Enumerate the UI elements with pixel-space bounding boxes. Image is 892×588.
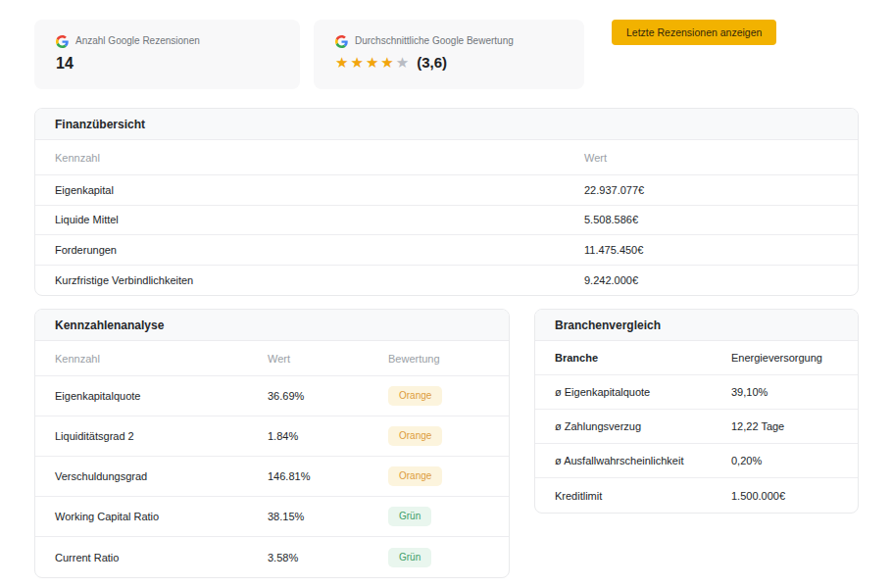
column-header-kennzahl: Kennzahl — [55, 353, 268, 365]
kennzahlenanalyse-section: Kennzahlenanalyse Kennzahl Wert Bewertun… — [34, 309, 510, 578]
rating-badge: Orange — [388, 386, 442, 406]
google-icon — [335, 34, 348, 47]
finanzuebersicht-table-body: Eigenkapital22.937.077€Liquide Mittel5.5… — [35, 175, 858, 295]
row-wert: 36.69% — [268, 390, 388, 402]
top-stats-row: Anzahl Google Rezensionen 14 Durchschnit… — [34, 20, 859, 89]
row-wert: 11.475.450€ — [584, 244, 838, 256]
row-kennzahl: Verschuldungsgrad — [55, 470, 268, 482]
table-row: Working Capital Ratio38.15%Grün — [35, 497, 509, 537]
rating-badge: Grün — [388, 548, 431, 567]
table-row: Liquide Mittel5.508.586€ — [35, 206, 858, 236]
row-kennzahl: Eigenkapital — [55, 184, 584, 196]
branchenvergleich-title: Branchenvergleich — [535, 310, 858, 341]
table-row: Forderungen11.475.450€ — [35, 235, 858, 266]
row-wert: 1.84% — [268, 430, 388, 442]
row-wert: 9.242.000€ — [584, 274, 838, 286]
google-rating-card: Durchschnittliche Google Bewertung ★★★★★… — [314, 20, 584, 89]
finanzuebersicht-section: Finanzübersicht Kennzahl Wert Eigenkapit… — [34, 108, 859, 296]
row-wert: 38.15% — [268, 511, 388, 522]
branchenvergleich-section: Branchenvergleich BrancheEnergieversorgu… — [534, 309, 859, 514]
table-row: Eigenkapitalquote36.69%Orange — [35, 376, 509, 416]
rating-card-label: Durchschnittliche Google Bewertung — [355, 35, 514, 46]
row-kennzahl: Forderungen — [55, 244, 584, 256]
branchenvergleich-table-body: BrancheEnergieversorgungø Eigenkapitalqu… — [535, 341, 858, 513]
reviews-count: 14 — [56, 55, 278, 73]
table-row: ø Zahlungsverzug12,22 Tage — [535, 410, 858, 444]
row-value: 1.500.000€ — [731, 490, 838, 502]
bottom-sections-row: Kennzahlenanalyse Kennzahl Wert Bewertun… — [34, 309, 859, 578]
table-row: Eigenkapital22.937.077€ — [35, 175, 858, 206]
row-kennzahl: Eigenkapitalquote — [55, 390, 268, 402]
row-kennzahl: Working Capital Ratio — [55, 511, 268, 522]
row-label: ø Ausfallwahrscheinlichkeit — [555, 455, 731, 466]
table-row: Liquiditätsgrad 21.84%Orange — [35, 416, 509, 457]
row-kennzahl: Liquide Mittel — [55, 214, 584, 225]
kennzahlenanalyse-title: Kennzahlenanalyse — [35, 310, 509, 341]
reviews-card-label: Anzahl Google Rezensionen — [75, 35, 200, 46]
row-label: Branche — [555, 352, 731, 364]
google-reviews-card: Anzahl Google Rezensionen 14 — [34, 20, 300, 89]
rating-badge: Orange — [388, 426, 442, 446]
show-latest-reviews-button[interactable]: Letzte Rezensionen anzeigen — [612, 20, 776, 45]
row-value: 0,20% — [731, 455, 838, 466]
table-row: ø Ausfallwahrscheinlichkeit0,20% — [535, 444, 858, 478]
rating-stars: ★★★★★ — [335, 55, 411, 70]
row-wert: 22.937.077€ — [584, 184, 838, 196]
row-label: Kreditlimit — [555, 490, 731, 502]
column-header-wert: Wert — [584, 152, 838, 164]
finanzuebersicht-column-headers: Kennzahl Wert — [35, 140, 858, 175]
row-label: ø Eigenkapitalquote — [555, 386, 731, 398]
column-header-kennzahl: Kennzahl — [55, 152, 584, 164]
kennzahlenanalyse-table-body: Eigenkapitalquote36.69%OrangeLiquiditäts… — [35, 376, 509, 577]
row-value: 39,10% — [731, 386, 838, 398]
table-row: Kurzfristige Verbindlichkeiten9.242.000€ — [35, 266, 858, 296]
star-filled-icon: ★ — [380, 54, 395, 71]
row-kennzahl: Kurzfristige Verbindlichkeiten — [55, 274, 584, 286]
credit-report-page: Anzahl Google Rezensionen 14 Durchschnit… — [0, 0, 892, 578]
row-wert: 146.81% — [268, 470, 388, 482]
row-value: Energieversorgung — [731, 352, 838, 364]
star-filled-icon: ★ — [366, 54, 380, 71]
star-filled-icon: ★ — [350, 54, 365, 71]
table-row: Current Ratio3.58%Grün — [35, 537, 509, 577]
rating-value: (3,6) — [417, 54, 447, 71]
row-wert: 3.58% — [268, 552, 388, 564]
finanzuebersicht-title: Finanzübersicht — [35, 109, 858, 140]
table-row: BrancheEnergieversorgung — [535, 341, 858, 375]
table-row: Kreditlimit1.500.000€ — [535, 478, 858, 513]
row-kennzahl: Current Ratio — [55, 552, 268, 564]
star-filled-icon: ★ — [335, 54, 350, 71]
google-icon — [56, 34, 69, 47]
rating-badge: Orange — [388, 466, 442, 486]
kennzahlenanalyse-column-headers: Kennzahl Wert Bewertung — [35, 341, 509, 376]
column-header-bewertung: Bewertung — [388, 353, 489, 365]
star-empty-icon: ★ — [396, 54, 411, 71]
row-kennzahl: Liquiditätsgrad 2 — [55, 430, 268, 442]
column-header-wert: Wert — [268, 353, 388, 365]
table-row: Verschuldungsgrad146.81%Orange — [35, 457, 509, 497]
row-label: ø Zahlungsverzug — [555, 420, 731, 432]
rating-badge: Grün — [388, 507, 431, 526]
row-value: 12,22 Tage — [731, 420, 838, 432]
table-row: ø Eigenkapitalquote39,10% — [535, 375, 858, 410]
row-wert: 5.508.586€ — [584, 214, 838, 225]
